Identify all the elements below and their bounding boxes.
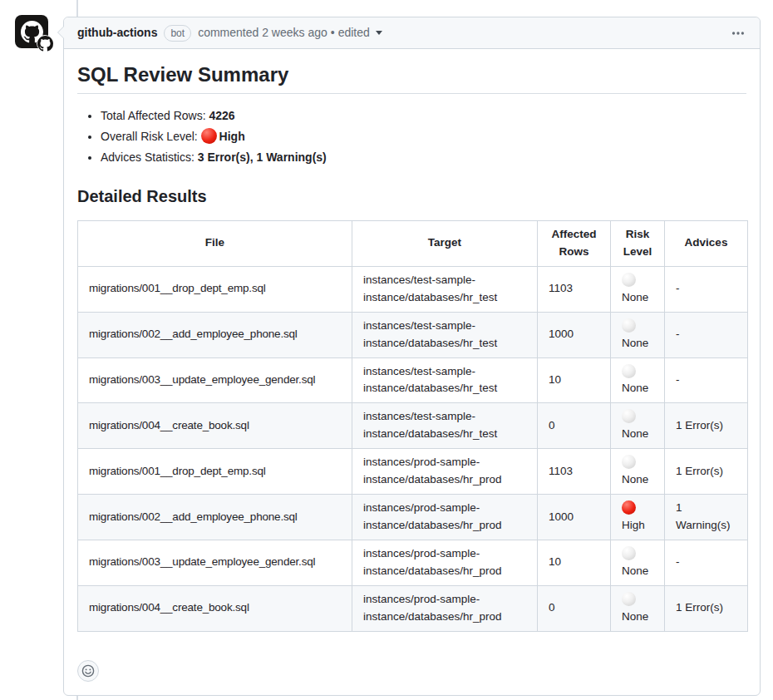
affected-rows-cell: 1000 — [538, 495, 611, 540]
risk-circle-icon — [622, 364, 636, 378]
risk-level-cell: None — [611, 312, 665, 357]
affected-rows-cell: 1000 — [538, 312, 611, 357]
target-cell: instances/prod-sample-instance/databases… — [352, 495, 538, 540]
risk-circle-icon — [622, 592, 636, 606]
summary-label: Overall Risk Level: — [101, 130, 201, 143]
affected-rows-cell: 1103 — [538, 449, 611, 495]
risk-circle-icon — [622, 500, 636, 515]
advices-cell: - — [665, 357, 748, 403]
summary-item-risk-level: Overall Risk Level: High — [101, 128, 746, 145]
edited-dropdown[interactable]: edited — [338, 24, 382, 42]
affected-rows-cell: 10 — [538, 540, 611, 585]
target-cell: instances/prod-sample-instance/databases… — [352, 585, 538, 631]
summary-value: High — [219, 130, 245, 143]
column-header-affected-rows: Affected Rows — [538, 221, 611, 267]
table-row: migrations/001__drop_dept_emp.sql instan… — [78, 449, 748, 495]
risk-level-cell: None — [611, 585, 665, 631]
risk-level-label: None — [622, 473, 648, 486]
summary-value: 3 Error(s), 1 Warning(s) — [198, 150, 327, 164]
affected-rows-cell: 0 — [538, 403, 611, 449]
comment-options-button[interactable] — [730, 25, 746, 42]
section-title: Detailed Results — [77, 186, 746, 207]
risk-level-label: None — [622, 564, 648, 577]
risk-circle-icon — [622, 318, 636, 333]
risk-circle-icon — [622, 409, 636, 423]
advices-cell: 1 Error(s) — [665, 585, 748, 631]
github-issue-comment-page: { "colors": { "border": "#d0d7de", "head… — [0, 0, 773, 700]
table-row: migrations/003__update_employee_gender.s… — [78, 540, 748, 585]
column-header-target: Target — [352, 221, 538, 267]
affected-rows-cell: 10 — [538, 357, 611, 403]
speech-caret-icon-inner — [58, 26, 65, 39]
affected-rows-cell: 0 — [538, 585, 611, 631]
table-row: migrations/004__create_book.sql instance… — [78, 585, 748, 631]
results-table: File Target Affected Rows Risk Level Adv… — [77, 220, 748, 632]
smiley-icon — [81, 664, 95, 678]
triangle-down-icon — [376, 31, 382, 35]
page-title: SQL Review Summary — [77, 62, 746, 94]
column-header-file: File — [78, 221, 352, 267]
risk-level-cell: High — [611, 495, 665, 540]
advices-cell: - — [665, 312, 748, 357]
target-cell: instances/test-sample-instance/databases… — [352, 312, 538, 357]
file-cell: migrations/001__drop_dept_emp.sql — [78, 266, 352, 312]
advices-cell: - — [665, 540, 748, 585]
comment-header: github-actions bot commented 2 weeks ago… — [64, 17, 760, 49]
results-table-body: migrations/001__drop_dept_emp.sql instan… — [78, 266, 748, 631]
bot-badge: bot — [164, 25, 191, 42]
summary-value: 4226 — [209, 109, 234, 122]
table-row: migrations/002__add_employee_phone.sql i… — [78, 312, 748, 357]
column-header-risk-level: Risk Level — [611, 221, 665, 267]
timeline-line-top — [76, 0, 78, 17]
advices-cell: - — [665, 266, 748, 312]
file-cell: migrations/004__create_book.sql — [78, 403, 352, 449]
add-reaction-button[interactable] — [77, 660, 99, 682]
risk-level-cell: None — [611, 357, 665, 403]
column-header-advices: Advices — [665, 221, 748, 267]
risk-level-label: None — [622, 382, 648, 394]
target-cell: instances/prod-sample-instance/databases… — [352, 449, 538, 495]
file-cell: migrations/003__update_employee_gender.s… — [78, 357, 352, 403]
risk-circle-icon — [622, 455, 636, 469]
target-cell: instances/test-sample-instance/databases… — [352, 266, 538, 312]
file-cell: migrations/001__drop_dept_emp.sql — [78, 449, 352, 495]
risk-level-cell: None — [611, 266, 665, 312]
risk-level-label: None — [622, 427, 648, 440]
risk-level-cell: None — [611, 540, 665, 585]
target-cell: instances/prod-sample-instance/databases… — [352, 540, 538, 585]
risk-circle-icon — [622, 273, 636, 287]
risk-level-label: None — [622, 337, 648, 349]
advices-cell: 1 Warning(s) — [665, 495, 748, 540]
risk-level-label: None — [622, 610, 648, 623]
table-header-row: File Target Affected Rows Risk Level Adv… — [78, 221, 748, 267]
target-cell: instances/test-sample-instance/databases… — [352, 357, 538, 403]
summary-label: Total Affected Rows: — [101, 109, 209, 122]
summary-label: Advices Statistics: — [101, 150, 198, 164]
risk-level-label: None — [622, 291, 648, 303]
bot-badge-octocat-icon — [37, 35, 53, 52]
timestamp-link[interactable]: commented 2 weeks ago — [198, 24, 327, 42]
summary-list: Total Affected Rows: 4226 Overall Risk L… — [77, 107, 746, 166]
file-cell: migrations/002__add_employee_phone.sql — [78, 312, 352, 357]
table-row: migrations/004__create_book.sql instance… — [78, 403, 748, 449]
summary-item-total-rows: Total Affected Rows: 4226 — [101, 107, 746, 125]
table-row: migrations/001__drop_dept_emp.sql instan… — [78, 266, 748, 312]
table-row: migrations/003__update_employee_gender.s… — [78, 357, 748, 403]
file-cell: migrations/002__add_employee_phone.sql — [78, 495, 352, 540]
risk-level-cell: None — [611, 449, 665, 495]
file-cell: migrations/004__create_book.sql — [78, 585, 352, 631]
red-circle-icon — [201, 128, 217, 144]
advices-cell: 1 Error(s) — [665, 403, 748, 449]
table-row: migrations/002__add_employee_phone.sql i… — [78, 495, 748, 540]
risk-level-cell: None — [611, 403, 665, 449]
risk-level-label: High — [622, 519, 645, 531]
target-cell: instances/test-sample-instance/databases… — [352, 403, 538, 449]
kebab-horizontal-icon — [731, 27, 745, 40]
file-cell: migrations/003__update_employee_gender.s… — [78, 540, 352, 585]
summary-item-advices-stats: Advices Statistics: 3 Error(s), 1 Warnin… — [101, 149, 746, 166]
comment-card: github-actions bot commented 2 weeks ago… — [63, 17, 761, 696]
author-link[interactable]: github-actions — [77, 24, 157, 42]
edited-label: edited — [338, 24, 370, 42]
risk-circle-icon — [622, 546, 636, 560]
meta-separator: • — [331, 24, 335, 42]
